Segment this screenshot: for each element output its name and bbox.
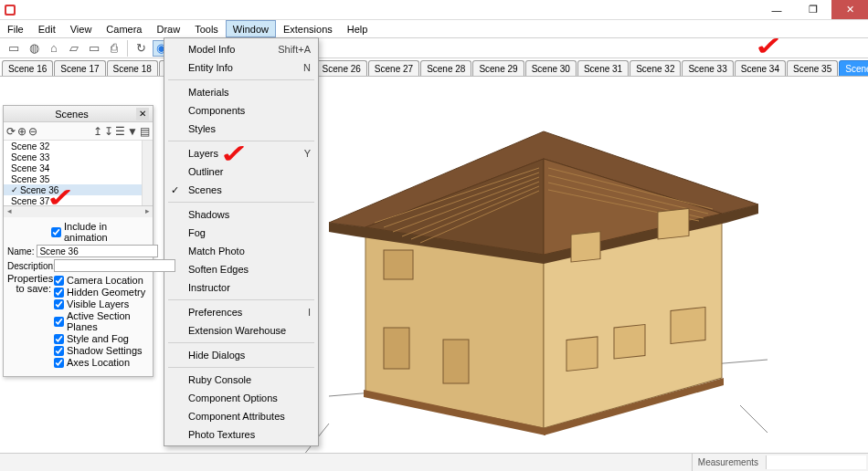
menu-item[interactable]: Shadows [166, 205, 316, 224]
menu-item[interactable]: LayersY [166, 144, 316, 162]
measurements-value[interactable] [766, 455, 866, 469]
scenes-list-item[interactable]: Scene 34 [4, 162, 153, 173]
menu-item[interactable]: Entity InfoN [166, 58, 316, 77]
scenes-panel-header[interactable]: Scenes ✕ [4, 106, 153, 122]
scene-tab[interactable]: Scene 29 [472, 60, 524, 76]
property-checkbox[interactable] [54, 334, 64, 344]
toolbar-btn-5[interactable]: ▭ [86, 40, 102, 57]
scene-tab[interactable]: Scene 36 [839, 60, 868, 76]
scenes-scrollbar-h[interactable]: ◂ ▸ [4, 206, 153, 217]
toolbar-separator [127, 40, 128, 57]
scenes-list[interactable]: Scene 32Scene 33Scene 34Scene 35✓Scene 3… [4, 141, 153, 206]
property-checkbox[interactable] [54, 346, 64, 356]
menu-item[interactable]: Outliner [166, 162, 316, 181]
menu-separator [168, 299, 314, 300]
toolbar-btn-1[interactable]: ▭ [5, 40, 22, 57]
property-label: Axes Location [67, 357, 130, 368]
scenes-list-item[interactable]: ✓Scene 36 [4, 184, 153, 195]
menu-item[interactable]: PreferencesI [166, 303, 316, 321]
scene-tab[interactable]: Scene 17 [54, 60, 105, 76]
scenes-add-icon[interactable]: ⊕ [17, 125, 26, 138]
minimize-button[interactable]: — [758, 0, 795, 19]
property-checkbox[interactable] [54, 317, 64, 327]
menu-item[interactable]: Hide Dialogs [166, 346, 316, 364]
svg-rect-27 [571, 232, 600, 262]
scene-name-label: Name: [7, 246, 34, 256]
scene-tab[interactable]: Scene 30 [525, 60, 577, 76]
menu-window[interactable]: Window [226, 20, 276, 37]
scenes-details-icon[interactable]: ▤ [140, 125, 150, 138]
scene-tab[interactable]: Scene 18 [107, 60, 158, 76]
menu-item[interactable]: Instructor [166, 278, 316, 297]
menu-item[interactable]: Components [166, 101, 316, 120]
property-checkbox[interactable] [54, 276, 64, 286]
menu-item[interactable]: Soften Edges [166, 260, 316, 278]
scenes-menu-icon[interactable]: ▼ [127, 125, 138, 138]
menu-item[interactable]: Fog [166, 224, 316, 242]
scenes-list-item[interactable]: Scene 33 [4, 152, 153, 162]
scenes-panel[interactable]: Scenes ✕ ⟳ ⊕ ⊖ ↥ ↧ ☰ ▼ ▤ Scene 32Scene 3… [3, 105, 153, 377]
scroll-left-icon[interactable]: ◂ [4, 206, 15, 217]
menu-item[interactable]: Component Attributes [166, 407, 316, 425]
menu-tools[interactable]: Tools [187, 20, 226, 37]
menu-item[interactable]: ✓Scenes [166, 181, 316, 199]
menu-item[interactable]: Match Photo [166, 242, 316, 260]
property-checkbox[interactable] [54, 299, 64, 309]
toolbar-btn-6[interactable]: ⎙ [106, 40, 122, 57]
svg-rect-25 [384, 328, 409, 369]
scenes-moveup-icon[interactable]: ↥ [93, 125, 102, 138]
scene-tab[interactable]: Scene 16 [2, 60, 53, 76]
toolbar-btn-7[interactable]: ↻ [132, 40, 149, 57]
menu-item[interactable]: Materials [166, 83, 316, 101]
close-button[interactable]: ✕ [831, 0, 868, 19]
scene-description-label: Description: [7, 261, 51, 271]
menu-extensions[interactable]: Extensions [276, 20, 340, 37]
menu-camera[interactable]: Camera [99, 20, 149, 37]
menu-item-label: Styles [188, 123, 216, 134]
scene-tab[interactable]: Scene 32 [630, 60, 681, 76]
include-in-animation-checkbox[interactable] [51, 227, 61, 237]
toolbar-btn-2[interactable]: ◍ [26, 40, 42, 57]
svg-rect-28 [658, 208, 689, 239]
menu-item-label: Materials [188, 87, 229, 98]
svg-rect-29 [566, 337, 598, 372]
menu-draw[interactable]: Draw [149, 20, 187, 37]
menu-item[interactable]: Styles [166, 120, 316, 138]
menu-edit[interactable]: Edit [31, 20, 63, 37]
scene-tab[interactable]: Scene 35 [787, 60, 838, 76]
scenes-scrollbar-v[interactable] [142, 141, 153, 205]
svg-rect-30 [614, 324, 645, 359]
scenes-list-item[interactable]: Scene 32 [4, 141, 153, 152]
scene-description-input[interactable] [54, 259, 175, 272]
scroll-right-icon[interactable]: ▸ [142, 206, 153, 217]
menu-item[interactable]: Component Options [166, 389, 316, 407]
scene-tab[interactable]: Scene 27 [368, 60, 419, 76]
scene-tab[interactable]: Scene 28 [420, 60, 471, 76]
scene-name-input[interactable] [37, 245, 158, 257]
property-checkbox[interactable] [54, 358, 64, 368]
scenes-remove-icon[interactable]: ⊖ [28, 125, 37, 138]
menu-item[interactable]: Model InfoShift+A [166, 40, 316, 58]
menu-item-label: Shadows [188, 209, 229, 220]
maximize-button[interactable]: ❐ [795, 0, 831, 19]
menu-item[interactable]: Photo Textures [166, 425, 316, 444]
scenes-movedown-icon[interactable]: ↧ [104, 125, 113, 138]
property-checkbox[interactable] [54, 288, 64, 298]
toolbar-btn-4[interactable]: ▱ [66, 40, 82, 57]
menu-file[interactable]: File [0, 20, 31, 37]
scenes-panel-close-icon[interactable]: ✕ [136, 108, 149, 120]
scenes-refresh-icon[interactable]: ⟳ [6, 125, 16, 138]
toolbar-btn-3[interactable]: ⌂ [46, 40, 62, 57]
scene-tab[interactable]: Scene 34 [735, 60, 786, 76]
menu-help[interactable]: Help [340, 20, 376, 37]
scenes-list-item[interactable]: Scene 35 [4, 173, 153, 184]
menu-view[interactable]: View [63, 20, 100, 37]
scene-tab[interactable]: Scene 26 [316, 60, 367, 76]
menu-item[interactable]: Extension Warehouse [166, 321, 316, 340]
scenes-list-item[interactable]: Scene 37 [4, 195, 153, 206]
scene-tab[interactable]: Scene 33 [682, 60, 733, 76]
scenes-view-icon[interactable]: ☰ [115, 125, 125, 138]
property-label: Style and Fog [67, 333, 129, 344]
menu-item[interactable]: Ruby Console [166, 371, 316, 389]
scene-tab[interactable]: Scene 31 [577, 60, 629, 76]
